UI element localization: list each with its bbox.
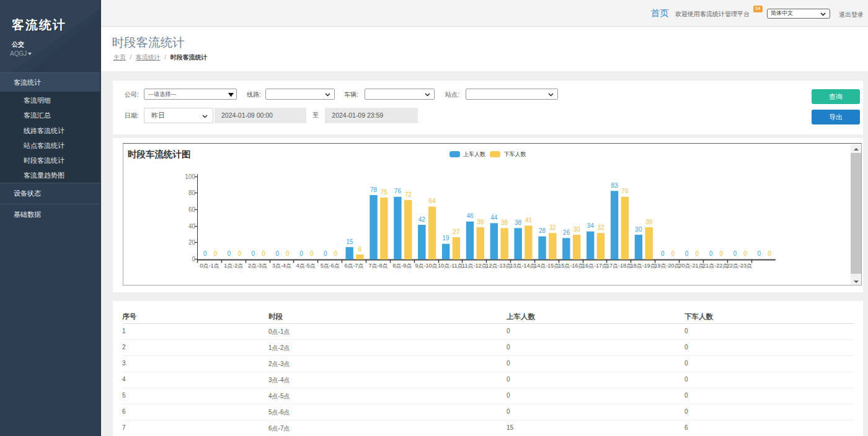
svg-text:0: 0 — [286, 250, 290, 257]
svg-text:14点-15点: 14点-15点 — [534, 263, 559, 269]
svg-text:15点-16点: 15点-16点 — [558, 263, 583, 269]
svg-text:0: 0 — [252, 250, 255, 257]
svg-text:38: 38 — [515, 219, 522, 226]
svg-text:80: 80 — [188, 190, 196, 196]
svg-text:0: 0 — [299, 250, 303, 257]
svg-text:11点-12点: 11点-12点 — [462, 263, 487, 269]
svg-text:78: 78 — [370, 186, 378, 193]
svg-text:0: 0 — [237, 250, 241, 257]
svg-text:44: 44 — [490, 214, 498, 221]
svg-text:76: 76 — [621, 188, 629, 194]
svg-text:0: 0 — [768, 250, 771, 257]
svg-text:28: 28 — [539, 227, 546, 234]
svg-text:39: 39 — [477, 219, 484, 225]
svg-text:0: 0 — [709, 250, 713, 257]
svg-text:0: 0 — [192, 256, 195, 263]
svg-text:60: 60 — [188, 206, 196, 213]
svg-text:1点-2点: 1点-2点 — [224, 263, 243, 269]
svg-text:0: 0 — [743, 250, 747, 257]
svg-text:0: 0 — [203, 250, 207, 257]
svg-text:6: 6 — [358, 246, 362, 253]
svg-text:0: 0 — [310, 250, 314, 257]
svg-text:32: 32 — [597, 224, 604, 231]
svg-text:46: 46 — [466, 212, 474, 219]
svg-text:0: 0 — [661, 250, 665, 257]
svg-text:0: 0 — [671, 250, 675, 257]
svg-text:19: 19 — [443, 235, 450, 242]
svg-text:0: 0 — [228, 250, 231, 257]
svg-text:0: 0 — [685, 250, 689, 257]
svg-text:0: 0 — [757, 250, 761, 257]
svg-text:72: 72 — [405, 191, 412, 198]
svg-text:18点-19点: 18点-19点 — [631, 263, 656, 269]
svg-text:100: 100 — [185, 173, 195, 180]
svg-text:15: 15 — [346, 238, 353, 245]
svg-text:20点-21点: 20点-21点 — [678, 263, 704, 269]
svg-text:9点-10点: 9点-10点 — [415, 263, 438, 269]
svg-text:20: 20 — [188, 239, 196, 246]
svg-text:2点-3点: 2点-3点 — [248, 263, 267, 269]
svg-text:3点-4点: 3点-4点 — [272, 263, 291, 269]
svg-text:0: 0 — [324, 250, 327, 257]
svg-text:26: 26 — [563, 229, 570, 236]
svg-text:0: 0 — [334, 250, 338, 257]
svg-text:0点-1点: 0点-1点 — [200, 263, 219, 269]
svg-text:30: 30 — [574, 226, 581, 233]
svg-text:41: 41 — [525, 217, 533, 224]
svg-text:38: 38 — [501, 219, 508, 226]
svg-text:40: 40 — [188, 223, 196, 230]
svg-text:17点-18点: 17点-18点 — [606, 263, 632, 269]
svg-text:22点-23点: 22点-23点 — [727, 263, 752, 269]
svg-text:0: 0 — [262, 250, 265, 257]
svg-text:64: 64 — [429, 198, 436, 204]
svg-text:76: 76 — [394, 188, 402, 194]
svg-text:19点-20点: 19点-20点 — [655, 263, 680, 269]
svg-text:4点-5点: 4点-5点 — [296, 263, 316, 269]
svg-text:0: 0 — [696, 250, 699, 257]
svg-text:6点-7点: 6点-7点 — [344, 263, 363, 269]
svg-text:16点-17点: 16点-17点 — [582, 263, 608, 269]
svg-text:27: 27 — [453, 229, 460, 235]
svg-text:32: 32 — [549, 224, 557, 231]
svg-text:30: 30 — [635, 226, 642, 233]
svg-text:34: 34 — [587, 222, 595, 229]
svg-text:8点-9点: 8点-9点 — [392, 263, 412, 269]
svg-text:42: 42 — [418, 216, 426, 223]
svg-text:0: 0 — [733, 250, 737, 257]
svg-text:21点-22点: 21点-22点 — [702, 263, 728, 269]
svg-text:12点-13点: 12点-13点 — [486, 263, 512, 269]
svg-text:39: 39 — [645, 219, 653, 225]
svg-text:83: 83 — [611, 182, 619, 189]
svg-text:13点-14点: 13点-14点 — [510, 263, 535, 269]
svg-text:0: 0 — [214, 250, 218, 257]
svg-text:5点-6点: 5点-6点 — [321, 263, 340, 269]
svg-text:75: 75 — [381, 189, 388, 196]
svg-text:7点-8点: 7点-8点 — [368, 263, 388, 269]
svg-text:0: 0 — [720, 250, 724, 257]
svg-text:0: 0 — [275, 250, 279, 257]
svg-text:10点-11点: 10点-11点 — [438, 263, 463, 269]
